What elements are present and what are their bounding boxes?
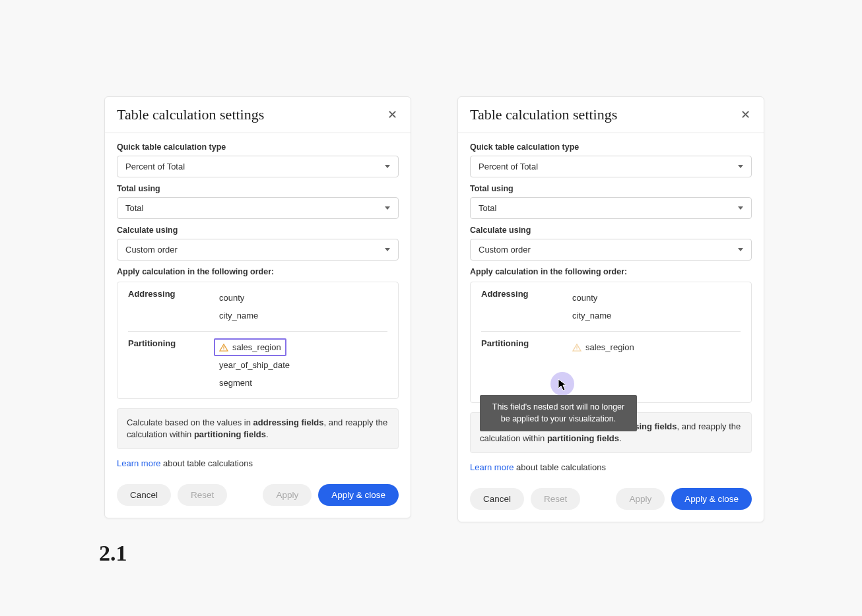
quick-calc-label: Quick table calculation type [117,142,399,152]
order-box: Addressing county city_name Partitioning… [117,282,399,399]
cancel-button[interactable]: Cancel [117,484,171,506]
warning-icon [219,344,228,352]
apply-button[interactable]: Apply [263,484,312,506]
learn-more-link[interactable]: Learn more [117,458,160,468]
partitioning-item[interactable]: segment [214,374,387,392]
cursor-icon [558,379,568,392]
quick-calc-value: Percent of Total [125,162,185,171]
warning-icon [572,344,581,352]
dialog-table-calc-left: Table calculation settings ✕ Quick table… [104,96,411,518]
apply-close-button[interactable]: Apply & close [671,488,752,510]
apply-order-label: Apply calculation in the following order… [470,267,752,276]
dialog-title: Table calculation settings [117,106,264,123]
info-box: Calculate based on the values in address… [117,408,399,449]
calculate-using-value: Custom order [479,245,531,255]
total-using-label: Total using [117,184,399,193]
cancel-button[interactable]: Cancel [470,488,524,510]
dialog-header: Table calculation settings ✕ [458,97,764,133]
partitioning-item[interactable]: year_of_ship_date [214,356,387,374]
addressing-label: Addressing [481,289,567,324]
partitioning-item-label: sales_region [585,342,634,352]
quick-calc-label: Quick table calculation type [470,142,752,152]
addressing-item[interactable]: city_name [214,307,387,324]
close-icon[interactable]: ✕ [385,108,399,122]
order-box: Addressing county city_name Partitioning… [470,282,752,403]
dialog-header: Table calculation settings ✕ [105,97,411,133]
calculate-using-value: Custom order [125,245,178,255]
chevron-down-icon [385,206,390,210]
addressing-item[interactable]: county [214,289,387,307]
divider [128,331,387,332]
hover-indicator [550,372,574,396]
dialog-footer: Cancel Reset Apply Apply & close [105,474,411,518]
reset-button[interactable]: Reset [178,484,227,506]
apply-button[interactable]: Apply [616,488,665,510]
svg-point-3 [576,349,577,350]
learn-more-suffix: about table calculations [514,462,605,472]
quick-calc-select[interactable]: Percent of Total [470,156,752,177]
chevron-down-icon [738,165,743,168]
partitioning-item[interactable]: sales_region [567,338,741,356]
chevron-down-icon [738,248,743,251]
partitioning-label: Partitioning [128,338,214,392]
learn-more-row: Learn more about table calculations [470,462,752,472]
close-icon[interactable]: ✕ [739,108,752,122]
apply-close-button[interactable]: Apply & close [318,484,399,506]
calculate-using-label: Calculate using [117,226,399,235]
addressing-item[interactable]: county [567,289,741,307]
total-using-select[interactable]: Total [117,197,399,219]
apply-order-label: Apply calculation in the following order… [117,267,399,276]
dialog-footer: Cancel Reset Apply Apply & close [458,477,764,522]
tooltip: This field's nested sort will no longer … [480,395,637,431]
chevron-down-icon [738,206,743,210]
quick-calc-value: Percent of Total [479,162,538,171]
total-using-select[interactable]: Total [470,197,752,219]
svg-point-1 [223,349,224,350]
learn-more-suffix: about table calculations [160,458,252,468]
calculate-using-label: Calculate using [470,226,752,235]
partitioning-item-label: sales_region [232,342,281,352]
dialog-title: Table calculation settings [470,106,617,123]
chevron-down-icon [385,165,390,168]
addressing-label: Addressing [128,289,214,324]
learn-more-row: Learn more about table calculations [117,458,399,468]
total-using-value: Total [479,203,496,213]
partitioning-item-highlighted[interactable]: sales_region [214,338,286,356]
dialog-table-calc-right: Table calculation settings ✕ Quick table… [457,96,764,522]
reset-button[interactable]: Reset [531,488,580,510]
version-label: 2.1 [99,541,127,566]
learn-more-link[interactable]: Learn more [470,462,514,472]
total-using-value: Total [125,203,143,213]
total-using-label: Total using [470,184,752,193]
divider [481,331,741,332]
addressing-item[interactable]: city_name [567,307,741,324]
chevron-down-icon [385,248,390,251]
quick-calc-select[interactable]: Percent of Total [117,156,399,177]
calculate-using-select[interactable]: Custom order [470,239,752,261]
calculate-using-select[interactable]: Custom order [117,239,399,261]
